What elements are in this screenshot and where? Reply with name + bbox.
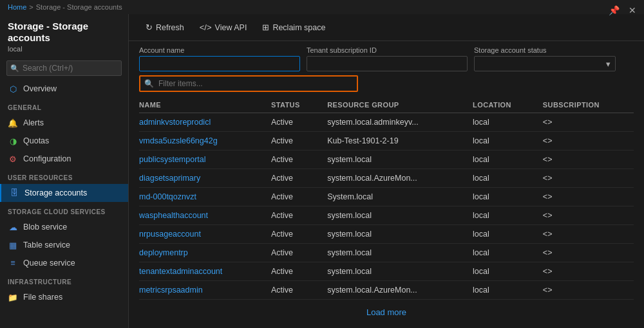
sidebar-search-input[interactable] <box>6 60 122 76</box>
col-subscription: SUBSCRIPTION <box>538 97 634 113</box>
row-resource-group: system.local.adminkeyv... <box>322 113 468 132</box>
breadcrumb-bar: Home > Storage - Storage accounts 📌 ✕ <box>0 0 644 14</box>
account-name-input[interactable] <box>139 56 300 71</box>
load-more-button[interactable]: Load more <box>139 300 634 325</box>
sidebar-configuration-label: Configuration <box>23 154 71 163</box>
sidebar-alerts-label: Alerts <box>23 118 44 127</box>
row-subscription: <> <box>538 244 634 262</box>
sidebar-item-file-shares[interactable]: 📁 File shares <box>0 288 128 306</box>
row-name[interactable]: wasphealthaccount <box>139 206 266 225</box>
table-row: publicsystemportal Active system.local l… <box>139 150 634 169</box>
sidebar-file-shares-label: File shares <box>23 293 62 302</box>
row-location: local <box>468 132 538 150</box>
refresh-label: Refresh <box>156 23 184 32</box>
row-status: Active <box>266 132 322 150</box>
table-row: tenantextadminaccount Active system.loca… <box>139 262 634 281</box>
sidebar-header: Storage - Storage accounts local <box>0 14 128 57</box>
filter-items-input[interactable] <box>139 75 358 92</box>
row-location: local <box>468 206 538 225</box>
tenant-sub-input[interactable] <box>307 56 468 71</box>
pin-button[interactable]: 📌 <box>606 4 622 17</box>
row-status: Active <box>266 244 322 262</box>
table-service-icon: ▦ <box>8 240 18 250</box>
tenant-sub-filter: Tenant subscription ID <box>307 46 468 71</box>
infrastructure-section-label: INFRASTRUCTURE <box>0 272 128 288</box>
row-subscription: <> <box>538 188 634 206</box>
row-name[interactable]: nrpusageaccount <box>139 225 266 244</box>
row-resource-group: system.local <box>322 262 468 281</box>
row-subscription: <> <box>538 206 634 225</box>
row-name[interactable]: tenantextadminaccount <box>139 262 266 281</box>
sidebar-subtitle: local <box>8 45 120 53</box>
row-location: local <box>468 262 538 281</box>
row-name[interactable]: publicsystemportal <box>139 150 266 169</box>
breadcrumb-home[interactable]: Home <box>8 3 26 11</box>
sidebar-item-configuration[interactable]: ⚙ Configuration <box>0 150 128 168</box>
storage-cloud-section-label: STORAGE CLOUD SERVICES <box>0 202 128 218</box>
sidebar-item-overview[interactable]: ⬡ Overview <box>0 80 128 98</box>
reclaim-space-icon: ⊞ <box>262 23 269 32</box>
table-row: deploymentrp Active system.local local <… <box>139 244 634 262</box>
sidebar-item-table-service[interactable]: ▦ Table service <box>0 236 128 254</box>
sidebar-search-area: 🔍 <box>0 57 128 80</box>
sidebar: Storage - Storage accounts local 🔍 ⬡ Ove… <box>0 14 129 328</box>
row-location: local <box>468 150 538 169</box>
close-button[interactable]: ✕ <box>626 4 639 17</box>
row-status: Active <box>266 262 322 281</box>
row-subscription: <> <box>538 262 634 281</box>
sidebar-item-quotas[interactable]: ◑ Quotas <box>0 132 128 150</box>
alerts-icon: 🔔 <box>8 118 18 128</box>
sidebar-table-service-label: Table service <box>23 241 70 250</box>
row-name[interactable]: deploymentrp <box>139 244 266 262</box>
sidebar-overview-label: Overview <box>23 84 57 93</box>
queue-service-icon: ≡ <box>8 258 18 268</box>
row-subscription: <> <box>538 169 634 188</box>
sidebar-storage-accounts-label: Storage accounts <box>24 188 87 197</box>
sidebar-item-storage-accounts[interactable]: 🗄 Storage accounts <box>0 184 128 202</box>
sidebar-item-queue-service[interactable]: ≡ Queue service <box>0 254 128 272</box>
refresh-icon: ↻ <box>146 23 153 32</box>
filter-search-icon: 🔍 <box>144 79 154 88</box>
row-subscription: <> <box>538 113 634 132</box>
storage-status-select[interactable]: Active Inactive <box>474 56 616 71</box>
row-name[interactable]: md-000tqoznvzt <box>139 188 266 206</box>
row-name[interactable]: diagsetsaprimary <box>139 169 266 188</box>
table-row: nrpusageaccount Active system.local loca… <box>139 225 634 244</box>
row-status: Active <box>266 113 322 132</box>
quotas-icon: ◑ <box>8 136 18 146</box>
table-row: wasphealthaccount Active system.local lo… <box>139 206 634 225</box>
row-resource-group: system.local <box>322 150 468 169</box>
row-resource-group: system.local.AzureMon... <box>322 169 468 188</box>
row-status: Active <box>266 188 322 206</box>
row-location: local <box>468 188 538 206</box>
sidebar-item-blob-service[interactable]: ☁ Blob service <box>0 218 128 236</box>
col-resource-group: RESOURCE GROUP <box>322 97 468 113</box>
sidebar-search-icon: 🔍 <box>10 64 19 73</box>
row-resource-group: System.local <box>322 188 468 206</box>
col-status: STATUS <box>266 97 322 113</box>
refresh-button[interactable]: ↻ Refresh <box>139 19 191 35</box>
storage-status-select-wrap: Active Inactive <box>474 56 616 71</box>
filter-bar: Account name Tenant subscription ID Stor… <box>129 41 644 97</box>
toolbar: ↻ Refresh </> View API ⊞ Reclaim space <box>129 14 644 41</box>
row-resource-group: system.local.AzureMon... <box>322 281 468 300</box>
row-status: Active <box>266 150 322 169</box>
general-section-label: GENERAL <box>0 98 128 114</box>
row-resource-group: Kub-Test-1901-2-19 <box>322 132 468 150</box>
view-api-button[interactable]: </> View API <box>193 19 254 35</box>
row-name[interactable]: vmdsa5uzsle66ng42g <box>139 132 266 150</box>
table-row: diagsetsaprimary Active system.local.Azu… <box>139 169 634 188</box>
sidebar-quotas-label: Quotas <box>23 136 49 145</box>
storage-accounts-table: NAME STATUS RESOURCE GROUP LOCATION SUBS… <box>139 97 634 300</box>
reclaim-space-button[interactable]: ⊞ Reclaim space <box>256 19 332 35</box>
sidebar-item-alerts[interactable]: 🔔 Alerts <box>0 114 128 132</box>
storage-accounts-table-wrap: NAME STATUS RESOURCE GROUP LOCATION SUBS… <box>129 97 644 328</box>
col-location: LOCATION <box>468 97 538 113</box>
row-name[interactable]: adminkvstoreprodicl <box>139 113 266 132</box>
row-subscription: <> <box>538 132 634 150</box>
table-row: md-000tqoznvzt Active System.local local… <box>139 188 634 206</box>
table-row: adminkvstoreprodicl Active system.local.… <box>139 113 634 132</box>
file-shares-icon: 📁 <box>8 292 18 302</box>
row-name[interactable]: metricsrpsaadmin <box>139 281 266 300</box>
sidebar-queue-service-label: Queue service <box>23 259 75 268</box>
